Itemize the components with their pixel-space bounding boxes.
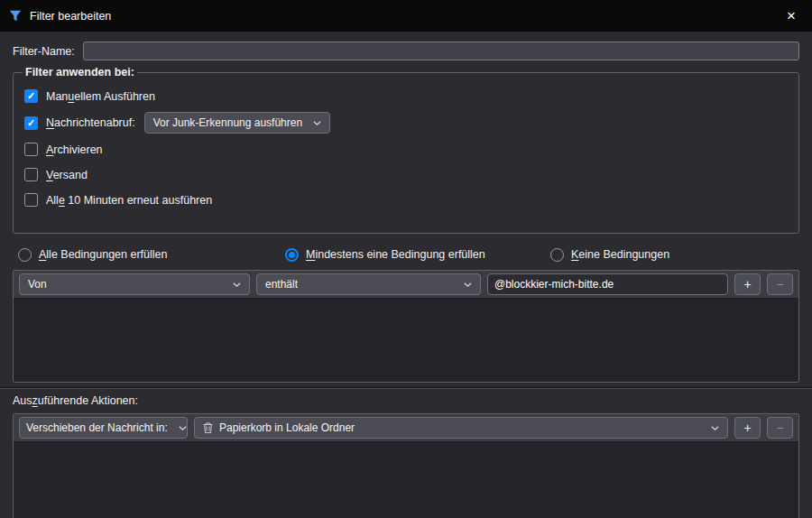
checkmark-icon: ✓ xyxy=(27,91,35,101)
archiving-label[interactable]: Archivieren xyxy=(46,143,103,156)
add-action-button[interactable]: + xyxy=(734,417,761,439)
manual-run-label[interactable]: Manuellem Ausführen xyxy=(46,90,155,103)
any-condition-radio[interactable] xyxy=(285,248,299,262)
fetch-mail-checkbox[interactable]: ✓ xyxy=(24,116,38,130)
chevron-down-icon xyxy=(179,426,187,430)
radio-item-any-condition: Mindestens eine Bedingung erfüllen xyxy=(285,245,485,264)
radio-item-no-conditions: Keine Bedingungen xyxy=(550,245,669,264)
condition-operator-dropdown[interactable]: enthält xyxy=(256,273,481,295)
apply-group-legend: Filter anwenden bei: xyxy=(23,66,137,79)
actions-label: Auszuführende Aktionen: xyxy=(13,394,799,407)
all-conditions-radio[interactable] xyxy=(18,248,32,262)
checkbox-row-fetch: ✓ Nachrichtenabruf: Vor Junk-Erkennung a… xyxy=(24,112,789,134)
checkbox-row-archiving: ✓ Archivieren xyxy=(24,140,789,159)
checkmark-icon: ✓ xyxy=(27,118,35,128)
action-row: Verschieben der Nachricht in: Papierkorb… xyxy=(14,414,798,442)
no-conditions-label[interactable]: Keine Bedingungen xyxy=(571,248,669,261)
condition-operator-value: enthält xyxy=(265,278,298,291)
filter-window-icon xyxy=(9,10,22,22)
archiving-checkbox[interactable]: ✓ xyxy=(24,143,38,156)
conditions-panel: Von enthält + − xyxy=(13,270,799,383)
remove-action-button[interactable]: − xyxy=(767,417,793,439)
chevron-down-icon xyxy=(313,121,321,125)
actions-list xyxy=(14,442,798,518)
condition-field-dropdown[interactable]: Von xyxy=(19,273,250,295)
periodic-run-label[interactable]: Alle 10 Minuten erneut ausführen xyxy=(46,194,212,207)
periodic-run-checkbox[interactable]: ✓ xyxy=(24,193,38,207)
chevron-down-icon xyxy=(233,282,241,287)
chevron-down-icon xyxy=(711,426,719,430)
sending-checkbox[interactable]: ✓ xyxy=(24,168,38,181)
condition-field-value: Von xyxy=(28,278,47,291)
junk-timing-value: Vor Junk-Erkennung ausführen xyxy=(153,116,302,129)
trash-icon xyxy=(203,422,213,433)
close-button[interactable]: × xyxy=(770,0,812,32)
checkbox-row-sending: ✓ Versand xyxy=(24,165,789,184)
sending-label[interactable]: Versand xyxy=(46,169,88,181)
filter-editor-window: Filter bearbeiten × Filter-Name: Filter … xyxy=(0,0,812,518)
action-target-value: Papierkorb in Lokale Ordner xyxy=(219,421,355,434)
titlebar: Filter bearbeiten × xyxy=(0,0,812,32)
manual-run-checkbox[interactable]: ✓ xyxy=(24,89,38,103)
actions-panel: Verschieben der Nachricht in: Papierkorb… xyxy=(13,413,799,518)
section-divider xyxy=(0,387,812,389)
radio-item-all-conditions: Alle Bedingungen erfüllen xyxy=(18,245,167,264)
checkbox-row-periodic: ✓ Alle 10 Minuten erneut ausführen xyxy=(24,190,789,209)
window-title: Filter bearbeiten xyxy=(30,10,111,23)
checkbox-row-manual: ✓ Manuellem Ausführen xyxy=(24,87,789,106)
action-type-dropdown[interactable]: Verschieben der Nachricht in: xyxy=(19,417,188,439)
no-conditions-radio[interactable] xyxy=(550,248,564,262)
match-mode-row: Alle Bedingungen erfüllen Mindestens ein… xyxy=(13,245,799,264)
filter-name-row: Filter-Name: xyxy=(13,42,799,60)
junk-timing-dropdown[interactable]: Vor Junk-Erkennung ausführen xyxy=(144,112,330,134)
add-condition-button[interactable]: + xyxy=(734,273,761,295)
action-type-value: Verschieben der Nachricht in: xyxy=(26,421,168,434)
filter-name-input[interactable] xyxy=(83,42,799,60)
condition-row: Von enthält + − xyxy=(14,271,798,299)
any-condition-label[interactable]: Mindestens eine Bedingung erfüllen xyxy=(306,248,485,261)
filter-name-label: Filter-Name: xyxy=(13,45,75,58)
action-target-dropdown[interactable]: Papierkorb in Lokale Ordner xyxy=(194,417,728,439)
fetch-mail-label[interactable]: Nachrichtenabruf: xyxy=(46,116,135,129)
all-conditions-label[interactable]: Alle Bedingungen erfüllen xyxy=(39,248,167,261)
condition-value-input[interactable] xyxy=(487,273,728,295)
chevron-down-icon xyxy=(464,282,472,287)
remove-condition-button[interactable]: − xyxy=(767,273,793,295)
apply-group: Filter anwenden bei: ✓ Manuellem Ausführ… xyxy=(13,66,799,234)
conditions-list xyxy=(14,299,798,382)
